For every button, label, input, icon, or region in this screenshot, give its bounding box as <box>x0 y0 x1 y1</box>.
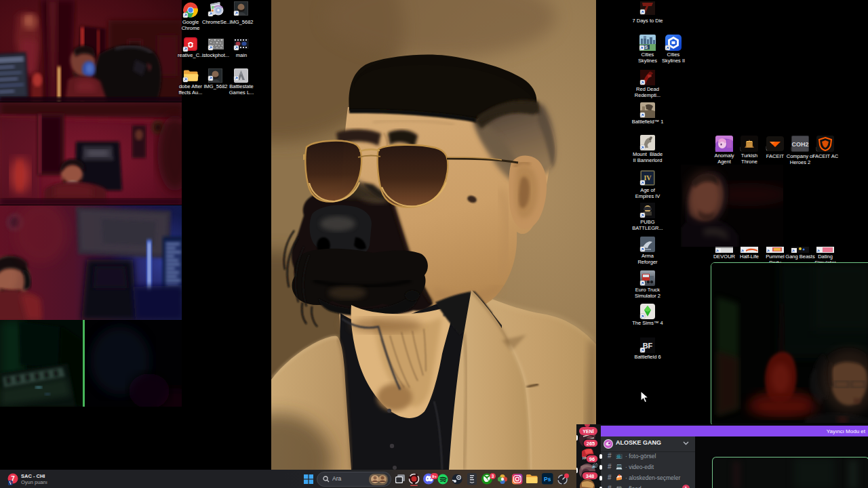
svg-text:COH2: COH2 <box>791 141 808 148</box>
svg-text:3: 3 <box>492 474 494 479</box>
svg-text:YENİ: YENİ <box>583 429 593 434</box>
svg-text:265: 265 <box>587 441 595 447</box>
svg-text:IV: IV <box>644 174 652 182</box>
svg-text:Ps: Ps <box>544 476 551 483</box>
svg-text:FP: FP <box>583 457 587 460</box>
svg-text:9+: 9+ <box>432 474 437 479</box>
svg-text:96: 96 <box>589 456 595 462</box>
svg-text:348: 348 <box>586 473 595 479</box>
svg-text:🔊: 🔊 <box>591 462 598 469</box>
